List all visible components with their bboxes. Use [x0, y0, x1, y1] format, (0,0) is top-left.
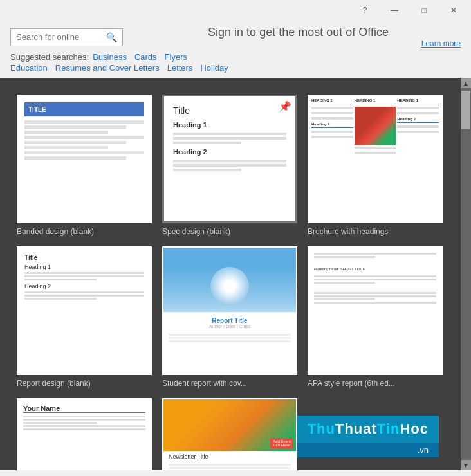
brochure-col-3: HEADING 1 Heading 2	[397, 98, 439, 219]
brochure-tl-2	[311, 112, 353, 114]
apa-bar-2	[314, 256, 375, 258]
template-thumb-resume: Your Name	[17, 398, 152, 470]
report-line-6	[24, 298, 97, 300]
close-button[interactable]: ✕	[439, 0, 468, 21]
resume-name: Your Name	[23, 405, 145, 413]
brochure-tl-3	[311, 117, 353, 120]
template-thumb-report: Title Heading 1 Heading 2	[17, 246, 152, 375]
student-img	[163, 248, 296, 312]
thumb-banded-content: TITLE	[18, 96, 151, 222]
brochure-tl-4	[311, 131, 353, 133]
watermark-text: ThuThuatTinHoc	[297, 416, 439, 443]
spec-heading-2: Heading 2	[173, 148, 286, 156]
apa-bar-4	[314, 279, 436, 280]
template-report[interactable]: Title Heading 1 Heading 2 Report design …	[17, 246, 152, 388]
template-resume[interactable]: Your Name Resume	[17, 398, 152, 470]
learn-more-link[interactable]: Learn more	[136, 39, 461, 48]
report-line-5	[24, 295, 144, 297]
watermark-sub: .vn	[297, 443, 439, 457]
template-spec[interactable]: Title Heading 1 Heading 2 📌 Spec design …	[162, 95, 297, 236]
student-bottom	[163, 331, 296, 346]
banded-line-2	[24, 125, 126, 129]
search-input[interactable]	[16, 32, 106, 42]
watermark-line1: Thu	[308, 421, 335, 437]
suggested-flyers[interactable]: Flyers	[165, 52, 187, 62]
resume-line-1	[23, 416, 145, 417]
spec-line-3	[173, 142, 241, 144]
spec-line-5	[173, 164, 286, 167]
scrollbar[interactable]: ▲ ▼	[461, 78, 471, 470]
report-line-1	[24, 272, 144, 274]
apa-bar-3	[314, 275, 436, 277]
brochure-col-2: HEADING 1	[355, 98, 396, 219]
brochure-tl-9	[397, 112, 439, 114]
report-title: Title	[24, 254, 144, 261]
template-label-student: Student report with cov...	[162, 379, 297, 388]
suggested-business[interactable]: Business	[93, 52, 127, 62]
template-food[interactable]: Add EventInfo Here! Newsletter Title Foo…	[162, 398, 297, 470]
apa-bar-6	[314, 292, 436, 294]
minimize-button[interactable]: —	[380, 0, 409, 21]
report-line-4	[24, 291, 144, 293]
brochure-h1-5: Heading 2	[397, 117, 439, 123]
resume-line-4	[23, 425, 145, 427]
brochure-tl-11	[397, 131, 439, 133]
brochure-tl-1	[311, 107, 353, 109]
brochure-h1-4: HEADING 1	[397, 98, 439, 104]
apa-bar-1	[314, 253, 436, 255]
title-bar: ? — □ ✕	[0, 0, 471, 21]
template-apa[interactable]: Running head: SHORT TITLE APA style repo…	[308, 246, 443, 388]
apa-bar-9	[314, 302, 436, 304]
second-row-links: Education Resumes and Cover Letters Lett…	[10, 63, 461, 73]
link-resumes[interactable]: Resumes and Cover Letters	[55, 63, 160, 73]
search-box[interactable]: 🔍	[10, 28, 123, 46]
suggested-label: Suggested searches:	[10, 52, 89, 62]
student-rpt-sub: Author / Date / Class	[166, 324, 293, 329]
pin-icon[interactable]: 📌	[279, 100, 291, 113]
header-top: 🔍 Sign in to get the most out of Office …	[10, 26, 461, 48]
link-letters[interactable]: Letters	[167, 63, 193, 73]
scrollbar-track[interactable]	[461, 88, 471, 460]
thumb-food-content: Add EventInfo Here! Newsletter Title	[163, 399, 296, 470]
apa-bar-8	[314, 298, 375, 300]
scrollbar-up[interactable]: ▲	[461, 78, 471, 88]
template-label-apa: APA style report (6th ed...	[308, 379, 443, 388]
template-label-spec: Spec design (blank)	[162, 227, 297, 236]
scrollbar-down[interactable]: ▼	[461, 460, 471, 470]
resume-line-2	[23, 419, 145, 421]
suggested-cards[interactable]: Cards	[134, 52, 157, 62]
maximize-button[interactable]: □	[409, 0, 439, 21]
help-button[interactable]: ?	[350, 0, 380, 21]
thumb-student-content: Report Title Author / Date / Class	[163, 248, 296, 374]
link-holiday[interactable]: Holiday	[200, 63, 228, 73]
template-thumb-food: Add EventInfo Here! Newsletter Title	[162, 398, 297, 470]
scrollbar-thumb[interactable]	[461, 91, 470, 129]
template-banded[interactable]: TITLE Banded design (blank)	[17, 95, 152, 236]
thumb-resume-content: Your Name	[18, 399, 151, 470]
sign-in-area: Sign in to get the most out of Office Le…	[123, 26, 461, 48]
brochure-h1-2: Heading 2	[311, 122, 353, 128]
student-title-area: Report Title Author / Date / Class	[163, 312, 296, 331]
brochure-tl-8	[397, 107, 439, 109]
apa-line-1: Running head: SHORT TITLE	[314, 266, 436, 273]
banded-line-8	[24, 156, 126, 160]
brochure-img	[355, 107, 396, 145]
template-student[interactable]: Report Title Author / Date / Class Stude…	[162, 246, 297, 388]
thumb-report-content: Title Heading 1 Heading 2	[18, 248, 151, 374]
banded-line-4	[24, 136, 144, 139]
brochure-h1-3: HEADING 1	[355, 98, 396, 104]
resume-line-5	[23, 428, 145, 430]
report-line-3	[24, 279, 97, 280]
brochure-col-1: HEADING 1 Heading 2	[311, 98, 353, 219]
thumb-brochure-content: HEADING 1 Heading 2 HEADING 1	[309, 96, 441, 222]
banded-line-3	[24, 131, 108, 134]
brochure-tl-6	[355, 147, 396, 149]
food-badge: Add EventInfo Here!	[270, 438, 293, 448]
link-education[interactable]: Education	[10, 63, 48, 73]
template-brochure[interactable]: HEADING 1 Heading 2 HEADING 1	[308, 95, 443, 236]
sign-in-text: Sign in to get the most out of Office	[136, 26, 461, 39]
search-icon[interactable]: 🔍	[106, 32, 117, 42]
template-thumb-spec: Title Heading 1 Heading 2 📌	[162, 95, 297, 223]
report-heading: Heading 1	[24, 264, 144, 270]
template-label-report: Report design (blank)	[17, 379, 152, 388]
